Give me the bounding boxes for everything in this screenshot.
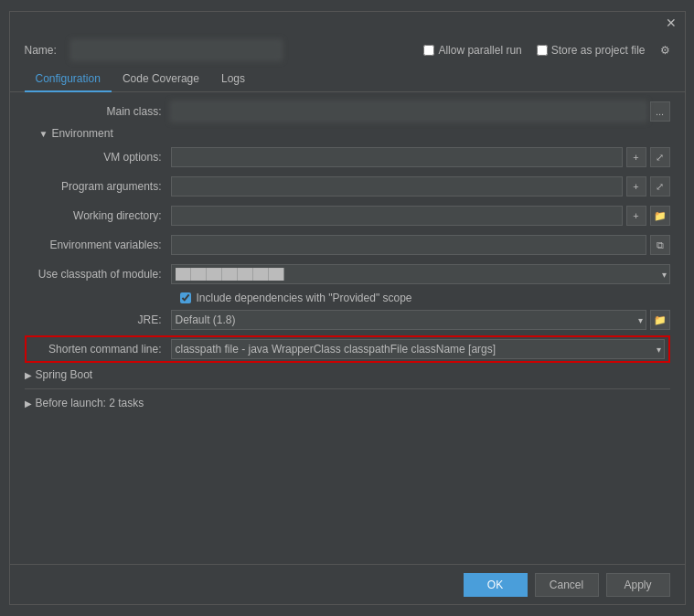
working-dir-field: + 📁 <box>171 206 670 226</box>
main-class-label: Main class: <box>25 105 171 118</box>
header-row: Name: Allow parallel run Store as projec… <box>10 34 685 67</box>
env-vars-copy-button[interactable]: ⧉ <box>650 235 670 255</box>
environment-section-header[interactable]: ▼ Environment <box>39 127 670 140</box>
classpath-label: Use classpath of module: <box>25 268 171 281</box>
env-vars-label: Environment variables: <box>25 239 171 251</box>
include-deps-label: Include dependencies with "Provided" sco… <box>197 292 412 304</box>
before-launch-header[interactable]: ▶ Before launch: 2 tasks <box>25 397 670 409</box>
jre-select-wrapper: Default (1.8) <box>171 310 646 330</box>
store-as-project-checkbox[interactable] <box>537 45 548 56</box>
tab-bar: Configuration Code Coverage Logs <box>10 67 685 92</box>
before-launch-section: ▶ Before launch: 2 tasks <box>25 397 670 409</box>
before-launch-expand-icon: ▶ <box>25 398 32 409</box>
run-config-dialog: ✕ Name: Allow parallel run Store as proj… <box>9 11 686 605</box>
jre-field: Default (1.8) 📁 <box>171 310 670 330</box>
vm-options-label: VM options: <box>25 151 171 164</box>
vm-options-field: + ⤢ <box>171 147 670 167</box>
classpath-field: ██████████████ <box>171 264 670 284</box>
vm-options-expand-button[interactable]: ⤢ <box>650 147 670 167</box>
classpath-select-wrapper: ██████████████ <box>171 264 670 284</box>
working-dir-label: Working directory: <box>25 209 171 222</box>
jre-folder-button[interactable]: 📁 <box>650 310 670 330</box>
jre-row: JRE: Default (1.8) 📁 <box>25 310 670 330</box>
name-label: Name: <box>25 44 57 57</box>
working-dir-row: Working directory: + 📁 <box>25 204 670 228</box>
spring-boot-expand-icon: ▶ <box>25 370 32 380</box>
main-class-row: Main class: ... <box>25 101 670 122</box>
jre-select[interactable]: Default (1.8) <box>171 310 646 330</box>
program-args-field: + ⤢ <box>171 176 670 196</box>
working-dir-folder-button[interactable]: 📁 <box>650 206 670 226</box>
main-class-browse-button[interactable]: ... <box>650 101 670 122</box>
footer: OK Cancel Apply <box>10 564 685 604</box>
vm-options-input[interactable] <box>171 147 623 167</box>
classpath-row: Use classpath of module: ██████████████ <box>25 262 670 286</box>
program-args-input[interactable] <box>171 176 623 196</box>
title-bar: ✕ <box>10 12 685 34</box>
shorten-cmd-select[interactable]: classpath file - java WrapperClass class… <box>171 339 665 359</box>
main-class-input[interactable] <box>171 101 646 122</box>
program-args-row: Program arguments: + ⤢ <box>25 175 670 198</box>
tab-logs[interactable]: Logs <box>210 67 256 92</box>
program-args-plus-button[interactable]: + <box>626 176 646 196</box>
working-dir-input[interactable] <box>171 206 623 226</box>
env-vars-row: Environment variables: ⧉ <box>25 233 670 257</box>
classpath-select[interactable]: ██████████████ <box>171 264 670 284</box>
before-launch-label: Before launch: 2 tasks <box>36 397 144 409</box>
vm-options-plus-button[interactable]: + <box>626 147 646 167</box>
working-dir-plus-button[interactable]: + <box>626 206 646 226</box>
tab-code-coverage[interactable]: Code Coverage <box>112 67 210 92</box>
shorten-cmd-row: Shorten command line: classpath file - j… <box>25 335 670 363</box>
allow-parallel-checkbox[interactable] <box>423 45 434 56</box>
ok-button[interactable]: OK <box>464 573 528 597</box>
env-vars-input[interactable] <box>171 235 646 255</box>
gear-icon[interactable]: ⚙ <box>660 44 670 57</box>
shorten-cmd-label: Shorten command line: <box>30 343 171 356</box>
separator-1 <box>25 388 670 389</box>
include-deps-checkbox[interactable] <box>180 292 191 303</box>
main-class-field: ... <box>171 101 670 122</box>
cancel-button[interactable]: Cancel <box>535 573 599 597</box>
store-as-project-label[interactable]: Store as project file <box>537 44 646 57</box>
environment-collapse-icon: ▼ <box>39 129 48 139</box>
spring-boot-label: Spring Boot <box>36 368 93 381</box>
allow-parallel-label[interactable]: Allow parallel run <box>423 44 521 57</box>
vm-options-row: VM options: + ⤢ <box>25 145 670 169</box>
include-deps-row: Include dependencies with "Provided" sco… <box>180 292 670 304</box>
spring-boot-header[interactable]: ▶ Spring Boot <box>25 368 670 381</box>
program-args-expand-button[interactable]: ⤢ <box>650 176 670 196</box>
shorten-cmd-select-wrapper: classpath file - java WrapperClass class… <box>171 339 665 359</box>
header-options: Allow parallel run Store as project file… <box>423 44 669 57</box>
jre-label: JRE: <box>25 313 171 326</box>
close-button[interactable]: ✕ <box>663 15 679 31</box>
program-args-label: Program arguments: <box>25 180 171 193</box>
tab-configuration[interactable]: Configuration <box>25 67 112 92</box>
env-vars-field: ⧉ <box>171 235 670 255</box>
tab-content: Main class: ... ▼ Environment VM options… <box>10 92 685 564</box>
name-input[interactable] <box>71 40 282 60</box>
apply-button[interactable]: Apply <box>606 573 670 597</box>
spring-boot-section: ▶ Spring Boot <box>25 368 670 381</box>
environment-label: Environment <box>51 127 112 140</box>
